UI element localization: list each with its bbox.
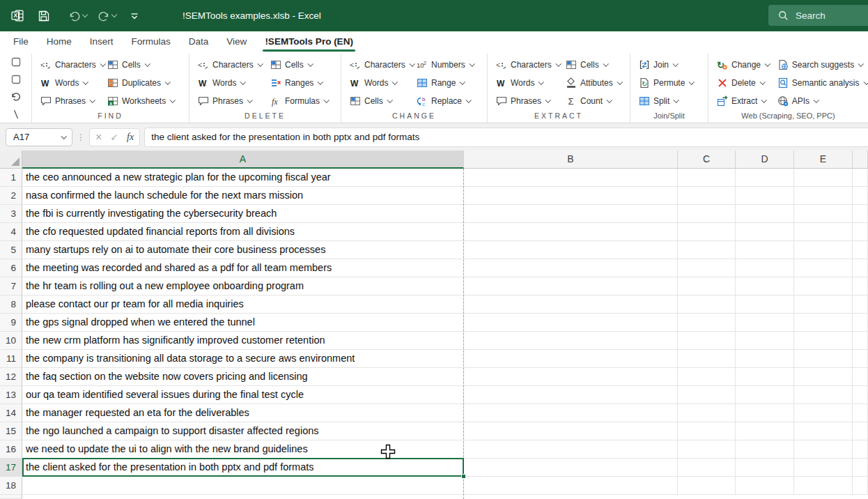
ribbon-button-extract-count[interactable]: ΣCount xyxy=(566,92,621,110)
ribbon-button-find-duplicates[interactable]: Duplicates xyxy=(107,74,175,92)
search-box[interactable]: Search xyxy=(768,5,868,26)
formula-bar-handle[interactable]: ⋮ xyxy=(77,134,85,141)
cell-e10[interactable] xyxy=(794,332,853,350)
cell-partial-7[interactable] xyxy=(853,277,868,295)
cell-c10[interactable] xyxy=(678,332,736,350)
name-box[interactable]: A17 xyxy=(6,128,72,146)
cancel-entry-button[interactable]: × xyxy=(95,132,102,143)
ribbon-button-join-split-join[interactable]: Join xyxy=(639,56,694,74)
cell-b2[interactable] xyxy=(464,187,678,205)
cell-b7[interactable] xyxy=(464,277,678,295)
ribbon-button-join-split-permute[interactable]: ↻Permute xyxy=(639,74,694,92)
cell-a18[interactable] xyxy=(22,477,464,495)
cell-b18[interactable] xyxy=(464,477,678,495)
cell-c7[interactable] xyxy=(678,277,736,295)
cell-b10[interactable] xyxy=(464,332,678,350)
ribbon-left-tool-1-checkbox[interactable] xyxy=(10,58,22,69)
cell-a8[interactable]: please contact our pr team for all media… xyxy=(22,295,464,314)
tab-view[interactable]: View xyxy=(217,31,256,54)
cell-e4[interactable] xyxy=(794,223,853,241)
cell-a14[interactable]: the manager requested an eta for the del… xyxy=(22,404,464,422)
confirm-entry-button[interactable]: ✓ xyxy=(110,132,118,143)
cell-e1[interactable] xyxy=(794,169,853,187)
cell-e16[interactable] xyxy=(794,440,853,459)
cell-e7[interactable] xyxy=(794,277,853,295)
cell-e2[interactable] xyxy=(794,187,853,205)
cell-a15[interactable]: the ngo launched a campaign to support d… xyxy=(22,422,464,440)
cell-c16[interactable] xyxy=(678,440,736,459)
cell-a2[interactable]: nasa confirmed the launch schedule for t… xyxy=(22,187,464,205)
cell-b15[interactable] xyxy=(464,422,678,440)
cell-a1[interactable]: the ceo announced a new strategic plan f… xyxy=(22,169,464,187)
ribbon-button-extract-phrases[interactable]: Phrases xyxy=(496,92,566,110)
cell-c17[interactable] xyxy=(678,459,736,477)
tab-data[interactable]: Data xyxy=(180,31,218,54)
row-header-15[interactable]: 15 xyxy=(0,422,22,440)
ribbon-button-change-range[interactable]: Range xyxy=(417,74,474,92)
row-header-6[interactable]: 6 xyxy=(0,259,22,277)
cell-e6[interactable] xyxy=(794,259,853,277)
cell-partial-1[interactable] xyxy=(853,169,868,187)
cell-e3[interactable] xyxy=(794,205,853,223)
cell-c13[interactable] xyxy=(678,386,736,404)
cell-d3[interactable] xyxy=(736,205,794,223)
ribbon-button-change-words[interactable]: WWords xyxy=(350,74,417,92)
tab-insert[interactable]: Insert xyxy=(81,31,123,54)
ribbon-button-extract-words[interactable]: WWords xyxy=(496,74,566,92)
ribbon-button-delete-phrases[interactable]: Phrases xyxy=(198,92,270,110)
tab-formulas[interactable]: Formulas xyxy=(123,31,180,54)
cell-c12[interactable] xyxy=(678,368,736,386)
ribbon-button-find-phrases[interactable]: Phrases xyxy=(40,92,107,110)
cell-c14[interactable] xyxy=(678,404,736,422)
cell-d16[interactable] xyxy=(736,440,794,459)
cell-a3[interactable]: the fbi is currently investigating the c… xyxy=(22,205,464,223)
ribbon-left-tool-3-undo[interactable] xyxy=(10,93,22,104)
cell-d15[interactable] xyxy=(736,422,794,440)
quick-access-toolbar-button[interactable] xyxy=(127,8,142,24)
ribbon-button-find-words[interactable]: WWords xyxy=(40,74,107,92)
cell-a6[interactable]: the meeting was recorded and shared as a… xyxy=(22,259,464,277)
row-header-18[interactable]: 18 xyxy=(0,477,22,495)
row-header-3[interactable]: 3 xyxy=(0,205,22,223)
row-header-8[interactable]: 8 xyxy=(0,295,22,314)
column-header-a[interactable]: A xyxy=(22,151,464,169)
cell-b16[interactable] xyxy=(464,440,678,459)
cell-partial-9[interactable] xyxy=(853,314,868,332)
cell-partial-16[interactable] xyxy=(853,440,868,459)
cell-a13[interactable]: our qa team identified several issues du… xyxy=(22,386,464,404)
ribbon-button-delete-characters[interactable]: <Characters xyxy=(198,56,270,74)
cell-d6[interactable] xyxy=(736,259,794,277)
cell-a16[interactable]: we need to update the ui to align with t… xyxy=(22,440,464,459)
row-header-9[interactable]: 9 xyxy=(0,314,22,332)
cell-d12[interactable] xyxy=(736,368,794,386)
cell-e17[interactable] xyxy=(794,459,853,477)
cell-d2[interactable] xyxy=(736,187,794,205)
cell-e18[interactable] xyxy=(794,477,853,495)
row-header-13[interactable]: 13 xyxy=(0,386,22,404)
cell-b1[interactable] xyxy=(464,169,678,187)
cell-c4[interactable] xyxy=(678,223,736,241)
fill-handle[interactable] xyxy=(461,474,466,479)
cell-c2[interactable] xyxy=(678,187,736,205)
cell-partial-18[interactable] xyxy=(853,477,868,495)
cell-partial-8[interactable] xyxy=(853,295,868,314)
cell-partial-17[interactable] xyxy=(853,459,868,477)
tab-file[interactable]: File xyxy=(4,31,38,54)
ribbon-left-tool-4-backslash[interactable] xyxy=(10,110,22,121)
excel-logo-icon[interactable]: X xyxy=(10,8,25,24)
cell-e15[interactable] xyxy=(794,422,853,440)
cell-e8[interactable] xyxy=(794,295,853,314)
cell-b12[interactable] xyxy=(464,368,678,386)
row-header-7[interactable]: 7 xyxy=(0,277,22,295)
ribbon-button-web-scraping-seo-ppc-apis[interactable]: APIs xyxy=(777,92,868,110)
row-header-5[interactable]: 5 xyxy=(0,241,22,259)
ribbon-button-extract-characters[interactable]: <Characters xyxy=(496,56,566,74)
column-header-partial[interactable] xyxy=(853,151,868,169)
cell-e11[interactable] xyxy=(794,350,853,368)
cell-a11[interactable]: the company is transitioning all data st… xyxy=(22,350,464,368)
row-header-17[interactable]: 17 xyxy=(0,459,22,477)
cell-c11[interactable] xyxy=(678,350,736,368)
column-header-e[interactable]: E xyxy=(794,151,853,169)
save-icon[interactable] xyxy=(36,8,52,24)
cell-partial-13[interactable] xyxy=(853,386,868,404)
